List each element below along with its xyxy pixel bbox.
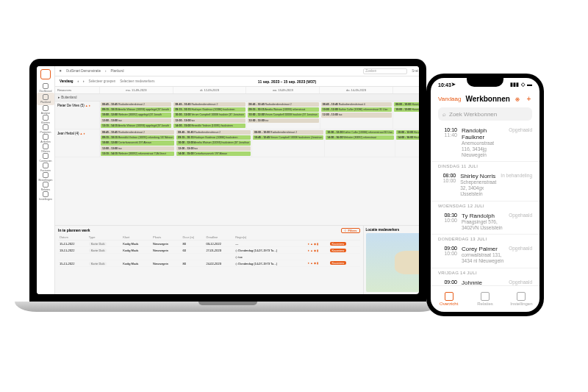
list-item[interactable]: 10:1011:40Randolph FaulknerAnemoonstraat…	[431, 124, 539, 162]
next-icon[interactable]: ›	[83, 79, 85, 83]
task-block[interactable]: 10:00 - 12:00 Verum Campbell 10008 haaks…	[248, 113, 319, 117]
filter-icon[interactable]: ⎈	[514, 94, 521, 103]
nav-klanten[interactable]: Klanten	[37, 115, 54, 124]
nav-instellingen[interactable]: Instellingen	[37, 191, 54, 201]
task-block[interactable]: 12:00 - 13:00 tax	[173, 118, 245, 123]
map-view-button[interactable]: Kaarview	[330, 261, 346, 265]
map-view-button[interactable]: Kaarview	[330, 242, 346, 246]
task-block[interactable]: 10:00 - 12:00 Amelia Watson (10093) haak…	[176, 140, 251, 145]
task-block[interactable]: 10:00 - 12:00 Kathie Cullie (10086) reke…	[321, 107, 392, 112]
task-block[interactable]: 09:15 - 10:15 Huxleyer Guidman (10086) h…	[173, 107, 245, 112]
task-block[interactable]: 08:45 - 10:45 Radiodiendiendstraat 4	[321, 102, 392, 107]
nav-analyse[interactable]: Analyse	[37, 105, 54, 115]
task-block[interactable]: 13:15 - 14:15 Webster (30092) rekenerstr…	[101, 152, 174, 156]
work-row[interactable]: 15-11-2022Korte DuikKodig MadsNieuwegein…	[58, 240, 360, 247]
task-block[interactable]: 10:00 - 12:00 Webster (30092) opgelegd (…	[101, 113, 171, 117]
task-block[interactable]: 10:00 - 12:00 Verum Campbell 10008 haaks…	[173, 113, 245, 117]
tab-instellingen[interactable]: Instellingen	[503, 286, 539, 312]
nav-artikelen[interactable]: Artikelen	[37, 134, 54, 143]
task-block[interactable]: 08:45 - 10:45 Radiodiendiendstraat 2	[248, 102, 319, 107]
task-block[interactable]: 09:15 - 10:15 Huxleyer Guidman (10086) h…	[176, 135, 251, 140]
map-view-button[interactable]: Kaarview	[330, 249, 346, 252]
time-range: 08:0010:00	[438, 173, 456, 196]
add-icon[interactable]: +	[526, 94, 532, 103]
task-block[interactable]: 14:00 - 15:00 Benedikt Yedeon (10095) ha…	[173, 124, 245, 128]
task-block[interactable]: 08:45 - 10:45 Radiodiendiendstraat 2	[173, 102, 245, 107]
list-item[interactable]: 09:0010:30Johnnie Conwayzwaardenburg 131…	[431, 276, 539, 285]
schedule-cell[interactable]: 10:00 - 12:00 Kathie Cullie (10086) reke…	[324, 129, 395, 157]
breadcrumb-org[interactable]: OutSmart Demonstratie	[66, 69, 101, 73]
schedule-cell[interactable]: 08:45 - 10:45 Radiodiendiendstraat 209:1…	[99, 101, 172, 129]
work-row[interactable]: ◇ tax	[58, 254, 360, 260]
task-block[interactable]: 10:00 - 12:00 Harvey Dickinson (10097) H…	[394, 107, 419, 112]
nav-dashboard[interactable]: Dashboard	[37, 83, 54, 93]
task-block[interactable]: 12:00 - 13:00 tax	[101, 146, 174, 151]
task-block[interactable]: 12:00 - 13:00 tax	[321, 113, 392, 117]
task-block[interactable]: 10:45 - 12:45 Verum Campbell 10008 haaks…	[253, 135, 323, 140]
group-row[interactable]: ▸ Buitenland	[55, 94, 419, 101]
quick-open[interactable]: Snel openen	[412, 69, 419, 73]
resources-header: Resources	[55, 87, 99, 93]
tab-overzicht[interactable]: Overzicht	[431, 286, 467, 312]
nav-planbord[interactable]: Planbord	[37, 93, 54, 105]
task-block[interactable]: 09:15 - 10:15 Benedikt Yedeon (10095) re…	[101, 135, 174, 140]
task-block[interactable]: 12:00 - 13:00 tax	[176, 146, 251, 151]
task-block[interactable]: 09:15 - 10:15 Amelia Watson (10093) reke…	[248, 107, 319, 112]
work-row[interactable]: 15-11-2022Korte DuikKodig MadsNieuwegein…	[58, 260, 360, 267]
filters-button[interactable]: ♢ Filters	[341, 228, 359, 233]
task-block[interactable]: 13:15 - 14:15 Amelia Watson (10093) opge…	[101, 124, 171, 128]
select-workers[interactable]: Selecteer medewerkers	[120, 79, 154, 83]
nav-relaties[interactable]: Relaties	[37, 182, 54, 191]
resource-name[interactable]: Pieter De Vries (5) ▲♦	[55, 101, 99, 129]
status-icon: ♦ ▲ ◆ ▮	[308, 242, 318, 246]
today-link[interactable]: Vandaag	[438, 96, 461, 102]
nav-contracten[interactable]: Contracten	[37, 153, 54, 163]
task-block[interactable]: 08:00 - 10:00 Radiodiendiendstraat 2	[253, 130, 323, 135]
schedule-cell[interactable]: 08:45 - 10:45 Radiodiendiendstraat 209:1…	[172, 101, 245, 129]
task-block[interactable]: 08:00 - 10:00 Harvey Dickinson (10087) H…	[394, 102, 419, 107]
task-block[interactable]: 10:00 - 12:00 Kathie Cullie (10086) reke…	[326, 130, 394, 135]
schedule-cell[interactable]: 08:45 - 10:45 Radiodiendiendstraat 209:1…	[246, 101, 320, 129]
schedule-cell[interactable]: 08:45 - 10:45 Radiodiendiendstraat 410:0…	[320, 101, 392, 129]
task-block[interactable]: 10:00 - 12:00 Harvey Dickinson (10097) H…	[396, 130, 419, 135]
schedule-cell[interactable]: 08:45 - 10:45 Radiodiendiendstraat 209:1…	[175, 129, 251, 157]
prev-icon[interactable]: ‹	[78, 79, 79, 83]
schedule-cell[interactable]: 10:00 - 12:00 Harvey Dickinson (10097) H…	[395, 129, 419, 157]
location-icon: ➤	[451, 82, 456, 88]
workorder-list[interactable]: 10:1011:40Randolph FaulknerAnemoonstraat…	[431, 124, 539, 285]
list-item[interactable]: 08:0010:00Shirley NorrisSchepenenstraat …	[431, 169, 539, 201]
task-block[interactable]: 14:00 - 16:00 Webster (30092) rekenstraa…	[326, 135, 394, 140]
task-block[interactable]: 10:00 - 12:00 Certorfansvorvirk 197 Alex…	[101, 140, 174, 145]
search-input[interactable]: ⌕ Zoek Werkbonnen	[438, 107, 532, 121]
list-item[interactable]: 09:0010:00Corey Palmercornwallstraat 131…	[431, 242, 539, 268]
tab-relaties[interactable]: Relaties	[467, 286, 503, 312]
task-block[interactable]: 08:45 - 10:45 Radiodiendiendstraat 2	[101, 130, 174, 135]
task-block[interactable]: 08:45 - 10:45 Radiodiendiendstraat 2	[101, 102, 171, 107]
task-block[interactable]: 12:00 - 13:00 tax	[248, 118, 319, 123]
resource-name[interactable]: Jean Hettal (4) ▲♦	[55, 129, 99, 157]
schedule-cell[interactable]: 08:45 - 10:45 Radiodiendiendstraat 209:1…	[99, 129, 175, 157]
nav-offertes[interactable]: Offertes	[37, 143, 54, 153]
task-block[interactable]: 08:45 - 10:45 Radiodiendiendstraat 2	[176, 130, 251, 135]
tab-bar: OverzichtRelatiesInstellingen	[431, 285, 539, 312]
task-block[interactable]: 12:00 - 13:00 tax	[101, 118, 171, 123]
time-range: 09:0010:30	[438, 279, 457, 285]
task-block[interactable]: 14:00 - 15:00 Certorfansvorvirk 197 Alex…	[176, 152, 251, 156]
list-item[interactable]: 08:3010:00Ty RandolphPraagsingel 576, 34…	[431, 209, 539, 235]
search-input[interactable]: Zoeken	[363, 68, 407, 74]
status-icon: ♦ ▲ ◆ ▮	[308, 249, 318, 252]
task-block[interactable]: 09:15 - 10:15 Amelia Watson (10093) opge…	[101, 107, 171, 112]
work-row[interactable]: 13-11-2022Korte DuikKodig MadsNieuwegein…	[58, 247, 360, 254]
hamburger-icon[interactable]: ≡	[60, 69, 62, 73]
nav-facturen[interactable]: Facturen	[37, 163, 54, 172]
time-range: 09:0010:00	[438, 246, 457, 264]
nav-projecten[interactable]: Projecten	[37, 124, 54, 134]
select-groups[interactable]: Selecteer groepen	[89, 79, 116, 83]
schedule-cell[interactable]: 08:00 - 10:00 Radiodiendiendstraat 210:4…	[251, 129, 324, 157]
date-range[interactable]: 11 sep. 2023 – 15 sep. 2023 (W37)	[258, 79, 317, 84]
map[interactable]	[366, 233, 419, 292]
task-block[interactable]: 14:00 - 16:00 Houtenstraat 2	[396, 135, 419, 140]
schedule-cell[interactable]: 08:00 - 10:00 Harvey Dickinson (10087) H…	[392, 101, 419, 129]
nav-bestellingen[interactable]: Bestellingen	[37, 172, 54, 182]
today-button[interactable]: Vandaag	[60, 79, 74, 83]
